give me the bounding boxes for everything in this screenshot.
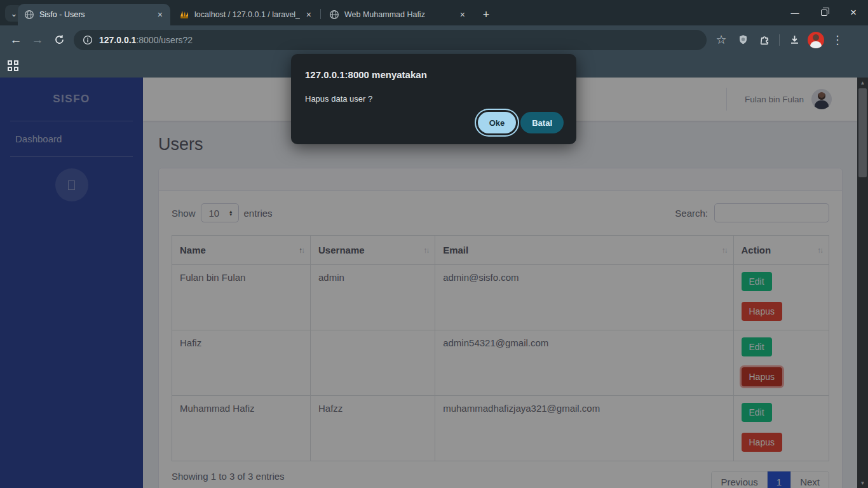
profile-avatar[interactable] [806, 30, 825, 50]
extensions-puzzle-icon[interactable] [755, 30, 774, 50]
apps-grid-icon[interactable] [8, 60, 18, 71]
confirm-dialog: 127.0.0.1:8000 menyatakan Hapus data use… [291, 54, 576, 144]
tab-sisfo-users[interactable]: Sisfo - Users × [18, 4, 170, 25]
shield-icon[interactable] [733, 30, 752, 50]
tab-title: Web Muhammad Hafiz [344, 10, 454, 19]
menu-kebab-icon[interactable]: ⋮ [828, 30, 847, 50]
bookmark-star-icon[interactable]: ☆ [712, 30, 731, 50]
ok-button[interactable]: Oke [478, 112, 517, 133]
chevron-down-icon: ⌄ [11, 9, 18, 18]
toolbar-divider [779, 34, 780, 46]
restore-button[interactable] [810, 0, 839, 25]
tab-phpmyadmin[interactable]: localhost / 127.0.0.1 / laravel_sis × [173, 4, 319, 25]
info-icon[interactable] [83, 35, 93, 45]
reload-button[interactable] [48, 29, 70, 51]
close-window-button[interactable]: × [839, 0, 868, 25]
avatar [808, 32, 824, 48]
url-host: 127.0.0.1 [99, 35, 136, 45]
tab-strip: ⌄ Sisfo - Users × localhost / 127.0.0.1 … [0, 0, 868, 25]
globe-icon [329, 10, 339, 20]
restore-icon [821, 10, 827, 16]
browser-window: ⌄ Sisfo - Users × localhost / 127.0.0.1 … [0, 0, 868, 488]
minimize-button[interactable]: — [780, 0, 810, 25]
address-bar[interactable]: 127.0.0.1:8000/users?2 [74, 30, 707, 50]
tab-web-muhammad-hafiz[interactable]: Web Muhammad Hafiz × [323, 4, 473, 25]
dialog-message: Hapus data user ? [305, 94, 562, 104]
download-icon[interactable] [785, 30, 804, 50]
browser-toolbar: ← → 127.0.0.1:8000/users?2 ☆ [0, 25, 868, 54]
back-button[interactable]: ← [5, 29, 27, 51]
reload-icon [54, 34, 65, 45]
tab-title: localhost / 127.0.0.1 / laravel_sis [194, 10, 300, 19]
tab-close-icon[interactable]: × [305, 10, 313, 20]
url-text: 127.0.0.1:8000/users?2 [99, 35, 193, 45]
forward-button: → [27, 29, 48, 51]
new-tab-button[interactable]: + [478, 6, 494, 23]
phpmyadmin-icon [179, 10, 189, 20]
window-controls: — × [780, 0, 868, 25]
tab-title: Sisfo - Users [39, 10, 151, 19]
url-path: :8000/users?2 [136, 35, 193, 45]
dialog-buttons: Oke Batal [478, 112, 564, 133]
tab-close-icon[interactable]: × [156, 10, 164, 20]
toolbar-actions: ☆ ⋮ [712, 30, 847, 50]
tab-close-icon[interactable]: × [459, 10, 466, 20]
globe-icon [24, 10, 34, 20]
tab-separator [320, 9, 321, 19]
dialog-title: 127.0.0.1:8000 menyatakan [305, 69, 562, 80]
cancel-button[interactable]: Batal [520, 112, 564, 133]
